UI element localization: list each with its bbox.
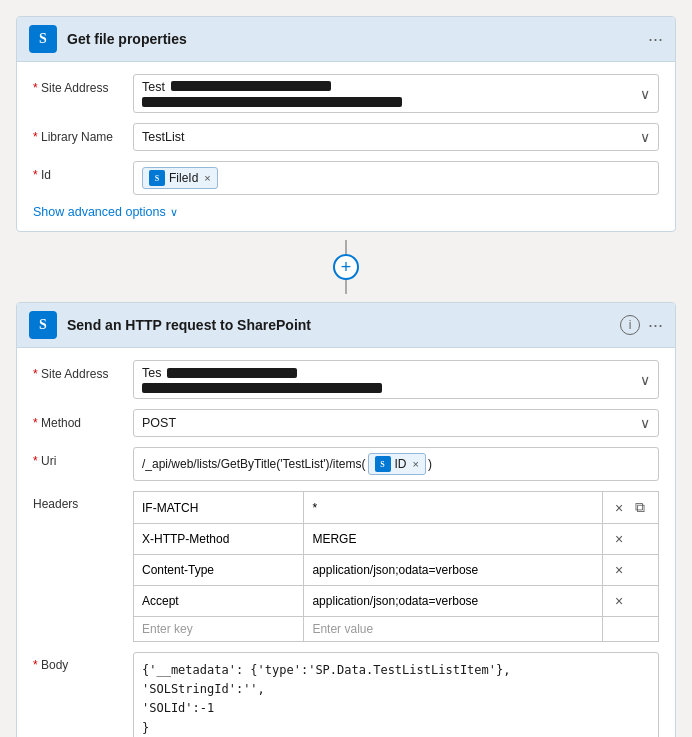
get-file-properties-card: S Get file properties ··· Site Address T… xyxy=(16,16,676,232)
site-address-redacted-1 xyxy=(171,81,331,91)
show-advanced-options-button[interactable]: Show advanced options ∨ xyxy=(33,205,178,219)
card1-id-row: Id S FileId × xyxy=(33,161,659,195)
card2-body-input[interactable]: {'__metadata': {'type':'SP.Data.TestList… xyxy=(133,652,659,737)
header-delete-2-button[interactable]: × xyxy=(611,560,627,580)
card1-actions: ··· xyxy=(648,30,663,48)
card1-body: Site Address Test ∨ Library Name TestLis… xyxy=(17,62,675,231)
card1-id-label: Id xyxy=(33,161,133,182)
header-actions-3: × xyxy=(603,586,659,617)
card2-more-options-button[interactable]: ··· xyxy=(648,316,663,334)
card1-sharepoint-icon: S xyxy=(29,25,57,53)
header-key-1: X-HTTP-Method xyxy=(134,524,304,555)
card2-title: Send an HTTP request to SharePoint xyxy=(67,317,620,333)
header-copy-0-button[interactable]: ⧉ xyxy=(631,497,649,518)
card2-uri-suffix: ) xyxy=(428,457,432,471)
card2-token-icon: S xyxy=(375,456,391,472)
headers-table-body: IF-MATCH * × ⧉ X-HTTP-Method xyxy=(134,492,659,642)
card2-method-dropdown-arrow: ∨ xyxy=(640,415,650,431)
card1-token-label: FileId xyxy=(169,171,198,185)
card2-site-address-value: Tes xyxy=(142,366,640,393)
card2-sp-logo: S xyxy=(39,317,47,333)
connector-line-bottom xyxy=(345,280,347,294)
header-key-3: Accept xyxy=(134,586,304,617)
header-value-0: * xyxy=(304,492,603,524)
card1-header: S Get file properties ··· xyxy=(17,17,675,62)
card1-site-address-row: Site Address Test ∨ xyxy=(33,74,659,113)
card2-actions: i ··· xyxy=(620,315,663,335)
card2-id-token: S ID × xyxy=(368,453,426,475)
card1-site-address-input[interactable]: Test ∨ xyxy=(133,74,659,113)
card2-header: S Send an HTTP request to SharePoint i ·… xyxy=(17,303,675,348)
header-key-2: Content-Type xyxy=(134,555,304,586)
header-row-1: X-HTTP-Method MERGE × xyxy=(134,524,659,555)
card2-headers-row: Headers IF-MATCH * × ⧉ xyxy=(33,491,659,642)
card2-uri-prefix: /_api/web/lists/GetByTitle('TestList')/i… xyxy=(142,457,366,471)
card2-site-address-dropdown-arrow: ∨ xyxy=(640,372,650,388)
site-address-text-1: Test xyxy=(142,80,165,94)
header-actions-4 xyxy=(603,617,659,642)
connector: + xyxy=(16,232,676,302)
card2-body-label: Body xyxy=(33,652,133,672)
card1-more-options-button[interactable]: ··· xyxy=(648,30,663,48)
card2-method-label: Method xyxy=(33,409,133,430)
header-row-3: Accept application/json;odata=verbose × xyxy=(134,586,659,617)
add-step-button[interactable]: + xyxy=(333,254,359,280)
show-advanced-label: Show advanced options xyxy=(33,205,166,219)
card1-token-close-button[interactable]: × xyxy=(204,172,210,184)
card2-method-row: Method POST ∨ xyxy=(33,409,659,437)
card2-uri-label: Uri xyxy=(33,447,133,468)
header-delete-1-button[interactable]: × xyxy=(611,529,627,549)
card2-uri-row: Uri /_api/web/lists/GetByTitle('TestList… xyxy=(33,447,659,481)
card1-library-name-row: Library Name TestList ∨ xyxy=(33,123,659,151)
card2-token-close-button[interactable]: × xyxy=(413,458,419,470)
sp-logo: S xyxy=(39,31,47,47)
card2-sharepoint-icon: S xyxy=(29,311,57,339)
headers-table: IF-MATCH * × ⧉ X-HTTP-Method xyxy=(133,491,659,642)
header-value-2: application/json;odata=verbose xyxy=(304,555,603,586)
card1-library-name-dropdown-arrow: ∨ xyxy=(640,129,650,145)
card2-body: Site Address Tes ∨ Method POST ∨ xyxy=(17,348,675,737)
header-action-btns-0: × ⧉ xyxy=(611,497,650,518)
card1-id-input[interactable]: S FileId × xyxy=(133,161,659,195)
header-value-4: Enter value xyxy=(304,617,603,642)
card1-token-icon: S xyxy=(149,170,165,186)
card1-site-address-label: Site Address xyxy=(33,74,133,95)
header-key-4: Enter key xyxy=(134,617,304,642)
connector-line-top xyxy=(345,240,347,254)
card2-method-value: POST xyxy=(142,416,176,430)
card2-headers-label: Headers xyxy=(33,491,133,511)
card2-site-text: Tes xyxy=(142,366,161,380)
card2-uri-input[interactable]: /_api/web/lists/GetByTitle('TestList')/i… xyxy=(133,447,659,481)
card1-title: Get file properties xyxy=(67,31,648,47)
header-actions-2: × xyxy=(603,555,659,586)
card1-library-name-label: Library Name xyxy=(33,123,133,144)
header-row-0: IF-MATCH * × ⧉ xyxy=(134,492,659,524)
card1-site-address-value: Test xyxy=(142,80,640,107)
header-key-0: IF-MATCH xyxy=(134,492,304,524)
card1-fileid-token: S FileId × xyxy=(142,167,218,189)
card1-library-name-input[interactable]: TestList ∨ xyxy=(133,123,659,151)
card2-site-redacted-2 xyxy=(142,383,382,393)
header-delete-0-button[interactable]: × xyxy=(611,498,627,518)
card2-token-label: ID xyxy=(395,457,407,471)
header-actions-0: × ⧉ xyxy=(603,492,659,524)
card1-library-name-value: TestList xyxy=(142,130,184,144)
header-actions-1: × xyxy=(603,524,659,555)
card2-site-redacted-1 xyxy=(167,368,297,378)
card2-method-input[interactable]: POST ∨ xyxy=(133,409,659,437)
card1-site-address-dropdown-arrow: ∨ xyxy=(640,86,650,102)
card2-headers-container: IF-MATCH * × ⧉ X-HTTP-Method xyxy=(133,491,659,642)
header-value-3: application/json;odata=verbose xyxy=(304,586,603,617)
header-delete-3-button[interactable]: × xyxy=(611,591,627,611)
header-row-4: Enter key Enter value xyxy=(134,617,659,642)
send-http-request-card: S Send an HTTP request to SharePoint i ·… xyxy=(16,302,676,737)
header-row-2: Content-Type application/json;odata=verb… xyxy=(134,555,659,586)
card2-site-address-row: Site Address Tes ∨ xyxy=(33,360,659,399)
show-advanced-chevron-icon: ∨ xyxy=(170,206,178,219)
card2-site-address-label: Site Address xyxy=(33,360,133,381)
site-address-redacted-2 xyxy=(142,97,402,107)
card2-body-row: Body {'__metadata': {'type':'SP.Data.Tes… xyxy=(33,652,659,737)
header-value-1: MERGE xyxy=(304,524,603,555)
card2-info-button[interactable]: i xyxy=(620,315,640,335)
card2-site-address-input[interactable]: Tes ∨ xyxy=(133,360,659,399)
